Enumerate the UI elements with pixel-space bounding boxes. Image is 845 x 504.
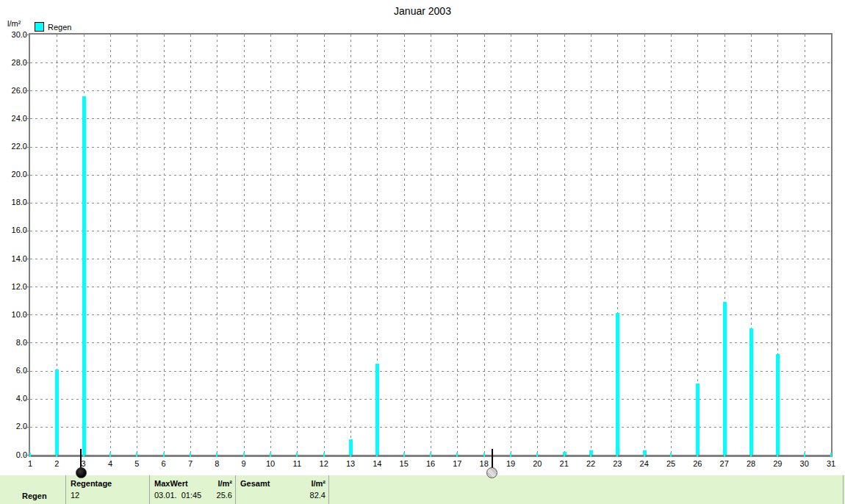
axis-day-tick bbox=[536, 453, 538, 457]
bar-day-27 bbox=[723, 302, 727, 455]
axis-day-tick bbox=[216, 453, 217, 457]
y-axis-tick bbox=[25, 371, 29, 372]
axis-day-tick bbox=[296, 453, 298, 457]
x-axis-label: 24 bbox=[635, 459, 654, 468]
x-axis-label: 12 bbox=[314, 459, 334, 468]
x-axis-label: 10 bbox=[261, 459, 280, 468]
gridline-vertical bbox=[644, 35, 645, 455]
footer-regentage-value: 12 bbox=[71, 489, 79, 501]
x-axis-label: 23 bbox=[608, 459, 627, 468]
x-axis-label: 13 bbox=[341, 459, 360, 468]
axis-day-tick bbox=[323, 453, 325, 457]
axis-day-tick bbox=[456, 453, 458, 457]
y-axis-label: 10.0 bbox=[0, 310, 27, 320]
y-axis-label: 28.0 bbox=[0, 58, 27, 68]
y-axis-label: 30.0 bbox=[0, 30, 27, 40]
x-axis-label: 7 bbox=[181, 459, 200, 468]
x-axis-label: 8 bbox=[207, 459, 226, 468]
legend: Regen bbox=[35, 22, 71, 32]
footer-maxwert-unit: l/m² bbox=[217, 478, 232, 489]
legend-label: Regen bbox=[48, 23, 71, 32]
gridline-vertical bbox=[511, 35, 511, 455]
axis-day-tick bbox=[190, 453, 191, 457]
gridline-vertical bbox=[805, 35, 805, 455]
axis-day-tick bbox=[243, 453, 245, 457]
axis-day-tick bbox=[109, 453, 111, 457]
axis-day-tick bbox=[670, 453, 672, 457]
axis-day-tick bbox=[644, 453, 645, 457]
x-axis-label: 16 bbox=[421, 459, 440, 468]
gridline-vertical bbox=[110, 35, 111, 455]
chart-title: Januar 2003 bbox=[0, 5, 845, 17]
y-axis-label: 2.0 bbox=[0, 422, 27, 431]
footer-regentage-header: Regentage bbox=[71, 478, 112, 489]
footer-maxwert-time: 03.01. 01:45 bbox=[154, 489, 201, 501]
x-axis-label: 4 bbox=[101, 459, 120, 468]
footer-bar: Regen Regentage 12 MaxWert l/m² 03.01. 0… bbox=[0, 475, 845, 504]
gridline-vertical bbox=[564, 35, 565, 455]
footer-series-label: Regen bbox=[0, 475, 66, 504]
x-axis-label: 25 bbox=[661, 459, 680, 468]
axis-day-tick bbox=[777, 453, 778, 457]
footer-regentage-cell: Regentage 12 bbox=[66, 475, 150, 504]
x-axis-label: 31 bbox=[821, 459, 841, 468]
gridline-vertical bbox=[324, 35, 325, 455]
bar-day-28 bbox=[749, 328, 753, 455]
x-axis-label: 28 bbox=[741, 459, 760, 468]
axis-day-tick bbox=[483, 453, 485, 457]
x-axis-label: 14 bbox=[367, 459, 386, 468]
y-axis-tick bbox=[25, 427, 29, 428]
y-axis-tick bbox=[25, 35, 29, 35]
axis-day-tick bbox=[616, 453, 618, 457]
axis-day-tick bbox=[724, 453, 725, 457]
y-axis-label: 14.0 bbox=[0, 254, 27, 264]
x-axis-label: 21 bbox=[555, 459, 574, 468]
gridline-vertical bbox=[457, 35, 458, 455]
gridline-vertical bbox=[404, 35, 405, 455]
y-axis-tick bbox=[25, 314, 29, 315]
footer-maxwert-value: 25.6 bbox=[217, 489, 232, 501]
x-axis-label: 3 bbox=[74, 459, 93, 468]
y-axis-label: 4.0 bbox=[0, 394, 27, 403]
axis-day-tick bbox=[29, 453, 31, 457]
x-axis-label: 15 bbox=[395, 459, 414, 468]
gridline-vertical bbox=[350, 35, 351, 455]
axis-day-tick bbox=[830, 453, 832, 457]
footer-maxwert-header: MaxWert bbox=[154, 478, 188, 489]
plot-area bbox=[29, 33, 833, 457]
y-axis-tick bbox=[25, 287, 29, 287]
gridline-vertical bbox=[537, 35, 538, 455]
footer-gesamt-unit: l/m² bbox=[311, 478, 326, 489]
gridline-vertical bbox=[137, 35, 137, 455]
footer-maxwert-cell: MaxWert l/m² 03.01. 01:45 25.6 bbox=[150, 475, 236, 504]
y-axis-tick bbox=[25, 90, 29, 91]
new-moon-icon bbox=[76, 467, 87, 478]
bar-day-26 bbox=[696, 384, 700, 455]
x-axis-label: 26 bbox=[688, 459, 707, 468]
bar-day-2 bbox=[55, 370, 59, 455]
gridline-vertical bbox=[190, 35, 191, 455]
y-axis-tick bbox=[25, 175, 29, 176]
y-axis-tick bbox=[25, 147, 29, 148]
gridline-vertical bbox=[431, 35, 431, 455]
axis-day-tick bbox=[163, 453, 165, 457]
y-axis-label: 8.0 bbox=[0, 338, 27, 348]
y-axis-tick bbox=[25, 455, 29, 456]
axis-day-tick bbox=[697, 453, 698, 457]
bar-day-29 bbox=[776, 354, 780, 455]
gridline-vertical bbox=[591, 35, 592, 455]
y-axis-tick bbox=[25, 62, 29, 63]
x-axis-label: 20 bbox=[528, 459, 547, 468]
y-axis-label: 16.0 bbox=[0, 226, 27, 235]
y-axis-tick bbox=[25, 203, 29, 204]
gridline-vertical bbox=[671, 35, 672, 455]
gridline-vertical bbox=[217, 35, 217, 455]
y-axis-tick bbox=[25, 118, 29, 119]
moon-marker-tick bbox=[492, 449, 493, 469]
x-axis-label: 30 bbox=[795, 459, 814, 468]
gridline-vertical bbox=[297, 35, 298, 455]
bar-day-23 bbox=[616, 313, 619, 455]
x-axis-label: 5 bbox=[127, 459, 146, 468]
y-axis-label: 26.0 bbox=[0, 86, 27, 96]
axis-day-tick bbox=[590, 453, 592, 457]
